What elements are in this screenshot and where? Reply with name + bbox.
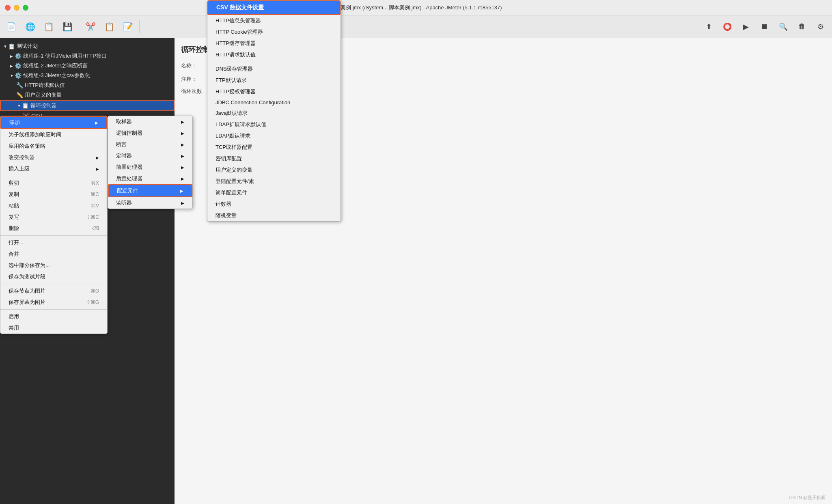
stop-button[interactable]: ⏹ (756, 18, 774, 36)
menu-item-save-node-img[interactable]: 保存节点为图片 ⌘G (0, 285, 107, 297)
menu-item-open[interactable]: 打开... (0, 237, 107, 248)
menu-logic-controller-arrow: ▶ (181, 131, 184, 136)
minimize-button[interactable] (14, 5, 19, 11)
menu-add-timer[interactable]: 定时器 ▶ (108, 150, 192, 162)
menu-user-vars-label: 用户定义的变量 (216, 166, 252, 174)
settings-button[interactable]: ⚙ (812, 18, 830, 36)
new-button[interactable]: 📄 (2, 18, 20, 36)
menu-config-random-var[interactable]: 随机变量 (207, 210, 341, 221)
menu-pre-processor-label: 前置处理器 (116, 164, 142, 171)
menu-csv-label: CSV 数据文件设置 (216, 4, 264, 11)
menu-item-disable[interactable]: 禁用 (0, 322, 107, 334)
menu-change-controller-arrow: ▶ (96, 155, 99, 160)
menu-item-copy[interactable]: 复制 ⌘C (0, 189, 107, 200)
menu-item-paste[interactable]: 粘贴 ⌘V (0, 200, 107, 211)
menu-simple-label: 简单配置元件 (216, 189, 247, 196)
menu-config-user-vars[interactable]: 用户定义的变量 (207, 164, 341, 176)
tree-item-http-default[interactable]: 🔧 HTTP请求默认值 (0, 80, 175, 90)
menu-add-config-element[interactable]: 配置元件 ▶ (108, 184, 192, 197)
menu-item-insert-parent[interactable]: 插入上级 ▶ (0, 163, 107, 174)
menu-item-change-controller[interactable]: 改变控制器 ▶ (0, 152, 107, 163)
tree-item-user-vars[interactable]: ✏️ 用户定义的变量 (0, 90, 175, 100)
menu-config-dns-cache[interactable]: DNS缓存管理器 (207, 63, 341, 75)
menu-config-ldap-defaults[interactable]: LDAP默认请求 (207, 130, 341, 142)
menu-listener-label: 监听器 (116, 199, 132, 207)
menu-item-enable[interactable]: 启用 (0, 311, 107, 322)
menu-add-assertion[interactable]: 断言 ▶ (108, 139, 192, 150)
tree-item-test-plan[interactable]: ▼ 📋 测试计划 (0, 41, 175, 51)
menu-item-save-fragment[interactable]: 保存为测试片段 (0, 271, 107, 282)
tree-item-loop-controller[interactable]: ▼ 📋 循环控制器 (0, 100, 175, 111)
menu-item-duplicate[interactable]: 复写 ⇧⌘C (0, 211, 107, 223)
menu-config-http-cache[interactable]: HTTP缓存管理器 (207, 38, 341, 49)
cut-button[interactable]: ✂️ (82, 18, 99, 36)
menu-item-merge[interactable]: 合并 (0, 248, 107, 260)
menu-open-label: 打开... (9, 239, 24, 246)
open-button[interactable]: 🌐 (21, 18, 39, 36)
menu-config-keystore[interactable]: 密钥库配置 (207, 153, 341, 164)
menu-copy-shortcut: ⌘C (91, 192, 99, 197)
maximize-button[interactable] (23, 5, 28, 11)
menu-config-http-auth[interactable]: HTTP授权管理器 (207, 86, 341, 97)
search-button[interactable]: 🔍 (774, 18, 792, 36)
menu-add-pre-processor[interactable]: 前置处理器 ▶ (108, 162, 192, 173)
menu-random-var-label: 随机变量 (216, 212, 237, 219)
menu-config-login[interactable]: 登陆配置元件/素 (207, 176, 341, 187)
context-menu-main: 添加 ▶ 为子线程添加响应时间 应用的命名策略 改变控制器 ▶ 插入上级 ▶ 剪… (0, 116, 108, 334)
menu-config-element-arrow: ▶ (180, 189, 183, 193)
menu-sampler-label: 取样器 (116, 118, 132, 125)
paste-button[interactable]: 📝 (119, 18, 137, 36)
menu-pre-processor-arrow: ▶ (181, 165, 184, 170)
menu-add-sampler[interactable]: 取样器 ▶ (108, 116, 192, 127)
label-http-default: HTTP请求默认值 (25, 82, 65, 89)
menu-copy-label: 复制 (9, 191, 19, 198)
menu-item-save-screen-img[interactable]: 保存屏幕为图片 ⇧⌘G (0, 297, 107, 308)
menu-http-defaults-label: HTTP请求默认值 (216, 51, 256, 58)
title-bar: 脚本案例.jmx (/System... 脚本案例.jmx) - Apache … (0, 0, 832, 15)
menu-item-add-response-time[interactable]: 为子线程添加响应时间 (0, 129, 107, 140)
menu-cut-label: 剪切 (9, 179, 19, 187)
menu-config-simple[interactable]: 简单配置元件 (207, 187, 341, 198)
label-thread-group-2: 线程组-2 JMeter之响应断言 (23, 62, 88, 69)
menu-config-counter[interactable]: 计数器 (207, 198, 341, 210)
icon-thread-group-3: ⚙️ (15, 72, 22, 79)
menu-config-http-header[interactable]: HTTP信息头管理器 (207, 15, 341, 26)
close-button[interactable] (5, 5, 11, 11)
menu-item-delete[interactable]: 删除 ⌫ (0, 223, 107, 234)
menu-paste-label: 粘贴 (9, 202, 19, 209)
menu-item-naming[interactable]: 应用的命名策略 (0, 140, 107, 152)
menu-ldap-defaults-label: LDAP默认请求 (216, 132, 250, 140)
menu-config-tcp-sampler[interactable]: TCP取样器配置 (207, 142, 341, 153)
menu-add-listener[interactable]: 监听器 ▶ (108, 197, 192, 209)
copy-button[interactable]: 📋 (100, 18, 118, 36)
menu-config-csv[interactable]: CSV 数据文件设置 (207, 0, 341, 15)
menu-login-label: 登陆配置元件/素 (216, 178, 254, 185)
menu-config-http-defaults[interactable]: HTTP请求默认值 (207, 49, 341, 60)
menu-item-cut[interactable]: 剪切 ⌘X (0, 177, 107, 189)
tree-item-thread-group-2[interactable]: ▶ ⚙️ 线程组-2 JMeter之响应断言 (0, 61, 175, 71)
tree-item-thread-group-3[interactable]: ▼ ⚙️ 线程组-3 JMeter之csv参数化 (0, 71, 175, 80)
menu-item-save-selected[interactable]: 选中部分保存为... (0, 260, 107, 271)
clear-button[interactable]: ⭕ (718, 18, 736, 36)
menu-sep-4 (0, 309, 107, 310)
menu-ftp-defaults-label: FTP默认请求 (216, 77, 247, 84)
menu-add-logic-controller[interactable]: 逻辑控制器 ▶ (108, 127, 192, 139)
menu-config-java-defaults[interactable]: Java默认请求 (207, 108, 341, 119)
menu-cut-shortcut: ⌘X (91, 180, 99, 186)
save-button[interactable]: 💾 (58, 18, 76, 36)
delete-toolbar-button[interactable]: 🗑 (793, 18, 811, 36)
menu-config-http-cookie[interactable]: HTTP Cookie管理器 (207, 26, 341, 38)
menu-delete-shortcut: ⌫ (92, 226, 99, 231)
menu-item-add[interactable]: 添加 ▶ (0, 116, 107, 129)
menu-add-post-processor[interactable]: 后置处理器 ▶ (108, 173, 192, 184)
menu-config-ldap-ext[interactable]: LDAP扩展请求默认值 (207, 119, 341, 130)
expand-button[interactable]: ⬆ (700, 18, 718, 36)
menu-save-node-img-shortcut: ⌘G (91, 288, 99, 294)
run-button[interactable]: ▶ (737, 18, 755, 36)
save-template-button[interactable]: 📋 (40, 18, 58, 36)
icon-thread-group-2: ⚙️ (15, 62, 22, 69)
menu-dns-cache-label: DNS缓存管理器 (216, 65, 253, 73)
tree-item-thread-group-1[interactable]: ▶ ⚙️ 线程组-1 使用JMeter调用HTTP接口 (0, 51, 175, 61)
menu-config-ftp-defaults[interactable]: FTP默认请求 (207, 75, 341, 86)
menu-config-jdbc[interactable]: JDBC Connection Configuration (207, 97, 341, 108)
